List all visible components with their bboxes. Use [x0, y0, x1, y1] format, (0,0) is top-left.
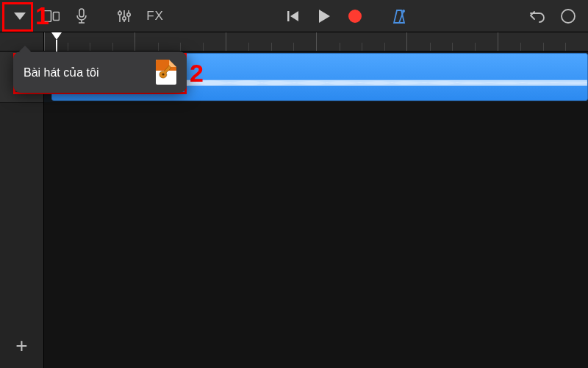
svg-point-6: [118, 11, 121, 14]
skip-back-icon: [287, 10, 300, 23]
undo-button[interactable]: [523, 2, 551, 30]
my-songs-popover[interactable]: Bài hát của tôi: [13, 52, 187, 93]
svg-point-14: [402, 10, 405, 13]
fx-label: FX: [146, 9, 164, 24]
top-toolbar: FX: [0, 0, 588, 32]
tracks-area[interactable]: All With You - Taeyeon: [44, 52, 588, 368]
triangle-down-icon: [13, 12, 26, 21]
add-track-button[interactable]: +: [0, 324, 43, 368]
tracks-workspace: + All With You - Taeyeon: [0, 52, 588, 368]
sliders-icon: [117, 9, 132, 24]
record-icon: [347, 8, 363, 24]
metronome-icon: [391, 8, 407, 24]
track-headers-column: +: [0, 52, 44, 368]
fx-button[interactable]: FX: [141, 2, 169, 30]
guitar-icon: [159, 64, 173, 80]
svg-rect-1: [54, 12, 60, 20]
timeline-ruler[interactable]: [44, 32, 588, 52]
svg-point-10: [127, 13, 130, 15]
dropdown-menu-button[interactable]: [6, 2, 34, 30]
svg-point-15: [562, 10, 575, 23]
microphone-icon: [76, 8, 87, 24]
info-icon: [560, 8, 576, 24]
svg-point-12: [348, 10, 362, 23]
record-button[interactable]: [341, 2, 369, 30]
annotation-number-1: 1: [35, 1, 49, 30]
undo-icon: [529, 10, 545, 23]
empty-tracks-area[interactable]: [44, 103, 588, 368]
rewind-button[interactable]: [279, 2, 307, 30]
svg-rect-11: [287, 11, 290, 21]
ruler-ticks: [44, 32, 588, 51]
metronome-button[interactable]: [385, 2, 413, 30]
plus-icon: +: [15, 334, 27, 358]
play-button[interactable]: [310, 2, 338, 30]
annotation-number-2: 2: [190, 59, 204, 88]
svg-point-23: [162, 73, 164, 75]
my-songs-label: Bài hát của tôi: [24, 66, 99, 79]
info-button[interactable]: [554, 2, 582, 30]
svg-rect-2: [79, 9, 84, 17]
svg-point-8: [123, 16, 126, 19]
microphone-button[interactable]: [68, 2, 96, 30]
play-icon: [318, 9, 331, 24]
playhead[interactable]: [51, 32, 62, 40]
garageband-doc-icon: [156, 60, 176, 85]
track-controls-button[interactable]: [110, 2, 138, 30]
